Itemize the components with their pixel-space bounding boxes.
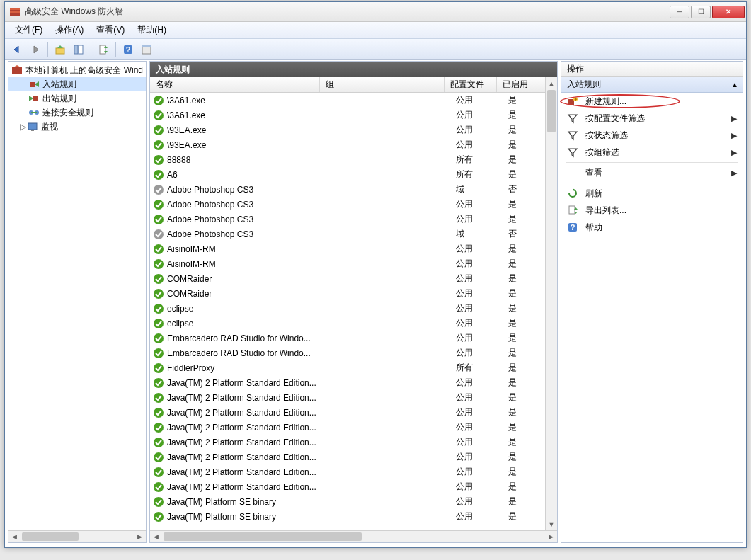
rule-row[interactable]: Java(TM) Platform SE binary公用是: [150, 494, 557, 509]
menu-action[interactable]: 操作(A): [50, 23, 89, 38]
action-item[interactable]: ✦新建规则...: [561, 93, 743, 110]
minimize-button[interactable]: ─: [670, 6, 689, 18]
col-profile[interactable]: 配置文件: [445, 77, 497, 92]
action-item[interactable]: 查看▶: [561, 164, 743, 181]
rule-row[interactable]: Java(TM) 2 Platform Standard Edition...公…: [150, 450, 557, 464]
action-item[interactable]: 按状态筛选▶: [561, 127, 743, 144]
scroll-thumb[interactable]: [547, 90, 556, 132]
rule-row[interactable]: Java(TM) 2 Platform Standard Edition...公…: [150, 420, 557, 435]
rule-row[interactable]: Adobe Photoshop CS3域否: [150, 182, 557, 197]
rule-row[interactable]: Embarcadero RAD Studio for Windo...公用是: [150, 345, 557, 360]
filter-icon: [567, 147, 578, 158]
rule-row[interactable]: Java(TM) 2 Platform Standard Edition...公…: [150, 435, 557, 450]
action-item[interactable]: 导出列表...: [561, 202, 743, 219]
scroll-right-icon[interactable]: ▶: [545, 531, 557, 542]
export-button[interactable]: [96, 42, 111, 57]
rule-row[interactable]: eclipse公用是: [150, 301, 557, 316]
tree-item-monitoring[interactable]: ▷ 监视: [8, 120, 146, 134]
rule-row[interactable]: Embarcadero RAD Studio for Windo...公用是: [150, 331, 557, 345]
actions-list: ✦新建规则...按配置文件筛选▶按状态筛选▶按组筛选▶查看▶刷新导出列表...?…: [561, 93, 743, 236]
close-button[interactable]: ✕: [712, 6, 745, 18]
menu-help[interactable]: 帮助(H): [132, 23, 172, 38]
rule-row[interactable]: Java(TM) 2 Platform Standard Edition...公…: [150, 375, 557, 390]
col-name[interactable]: 名称: [150, 77, 320, 92]
svg-point-22: [154, 110, 164, 120]
action-item[interactable]: ?帮助: [561, 219, 743, 236]
rule-row[interactable]: Java(TM) Platform SE binary公用是: [150, 509, 557, 524]
rule-row[interactable]: A6所有是: [150, 167, 557, 182]
expand-icon[interactable]: ▷: [18, 122, 27, 132]
rule-row[interactable]: Adobe Photoshop CS3公用是: [150, 212, 557, 227]
rule-name: eclipse: [167, 304, 326, 314]
up-button[interactable]: [52, 42, 68, 57]
scroll-left-icon[interactable]: ◀: [150, 531, 162, 542]
rule-name: \93EA.exe: [167, 140, 326, 150]
scroll-thumb[interactable]: [22, 532, 79, 541]
rule-enabled: 是: [503, 213, 545, 225]
properties-button[interactable]: [139, 42, 154, 57]
svg-text:✦: ✦: [573, 96, 578, 103]
rule-enabled: 是: [503, 406, 545, 418]
rule-row[interactable]: Java(TM) 2 Platform Standard Edition...公…: [150, 390, 557, 405]
action-item[interactable]: 按组筛选▶: [561, 144, 743, 161]
rule-row[interactable]: COMRaider公用是: [150, 271, 557, 286]
firewall-icon: [11, 64, 23, 76]
rule-row[interactable]: 88888所有是: [150, 152, 557, 167]
tree-item-outbound[interactable]: 出站规则: [8, 91, 146, 105]
rule-row[interactable]: Java(TM) 2 Platform Standard Edition...公…: [150, 479, 557, 494]
rule-row[interactable]: AisinoIM-RM公用是: [150, 241, 557, 256]
rule-row[interactable]: \3A61.exe公用是: [150, 93, 557, 108]
scroll-down-icon[interactable]: ▼: [546, 518, 557, 530]
action-item[interactable]: 按配置文件筛选▶: [561, 110, 743, 127]
actions-section-label: 入站规则: [567, 79, 601, 91]
rule-row[interactable]: \93EA.exe公用是: [150, 122, 557, 137]
menu-view[interactable]: 查看(V): [91, 23, 130, 38]
rule-profile: 公用: [450, 124, 503, 136]
rules-vscroll[interactable]: ▲ ▼: [545, 77, 557, 530]
scroll-left-icon[interactable]: ◀: [8, 531, 21, 542]
rule-row[interactable]: Java(TM) 2 Platform Standard Edition...公…: [150, 464, 557, 479]
col-group[interactable]: 组: [320, 77, 445, 92]
rule-profile: 公用: [450, 332, 503, 344]
rule-row[interactable]: \3A61.exe公用是: [150, 108, 557, 122]
action-label: 新建规则...: [585, 96, 626, 108]
svg-rect-8: [100, 45, 105, 54]
rule-row[interactable]: FiddlerProxy所有是: [150, 360, 557, 375]
rule-row[interactable]: Java(TM) 2 Platform Standard Edition...公…: [150, 405, 557, 420]
toolbar-separator: [91, 42, 91, 57]
svg-point-39: [154, 363, 164, 373]
svg-point-37: [154, 333, 164, 343]
rule-row[interactable]: \93EA.exe公用是: [150, 137, 557, 152]
action-item[interactable]: 刷新: [561, 185, 743, 202]
back-button[interactable]: [9, 42, 25, 57]
show-hide-tree-button[interactable]: [71, 42, 86, 57]
rule-row[interactable]: Adobe Photoshop CS3公用是: [150, 197, 557, 212]
tree-item-inbound[interactable]: 入站规则: [8, 77, 146, 91]
tree-hscroll[interactable]: ◀ ▶: [8, 530, 146, 542]
rule-status-icon: [153, 258, 164, 270]
menu-file[interactable]: 文件(F): [9, 23, 48, 38]
rule-enabled: 否: [503, 183, 545, 195]
maximize-button[interactable]: ☐: [691, 6, 711, 18]
rule-row[interactable]: AisinoIM-RM公用是: [150, 256, 557, 271]
scroll-thumb[interactable]: [164, 532, 362, 541]
rule-profile: 公用: [450, 273, 503, 285]
rule-row[interactable]: Adobe Photoshop CS3域否: [150, 227, 557, 241]
rule-name: \93EA.exe: [167, 125, 326, 135]
tree-root[interactable]: 本地计算机 上的高级安全 Wind: [8, 63, 146, 77]
collapse-icon[interactable]: ▲: [731, 81, 738, 88]
forward-button[interactable]: [28, 42, 43, 57]
rule-row[interactable]: COMRaider公用是: [150, 286, 557, 301]
toolbar-separator: [115, 42, 116, 57]
svg-point-40: [154, 378, 164, 388]
rule-enabled: 是: [503, 273, 545, 285]
svg-rect-1: [10, 8, 20, 10]
scroll-up-icon[interactable]: ▲: [546, 77, 557, 89]
rule-status-icon: [153, 303, 164, 314]
tree-item-connection-security[interactable]: 连接安全规则: [8, 105, 146, 120]
col-enabled[interactable]: 已启用: [497, 77, 539, 92]
rules-hscroll[interactable]: ◀ ▶: [150, 530, 557, 542]
scroll-right-icon[interactable]: ▶: [134, 531, 146, 542]
help-button[interactable]: ?: [120, 42, 136, 57]
rule-row[interactable]: eclipse公用是: [150, 316, 557, 331]
